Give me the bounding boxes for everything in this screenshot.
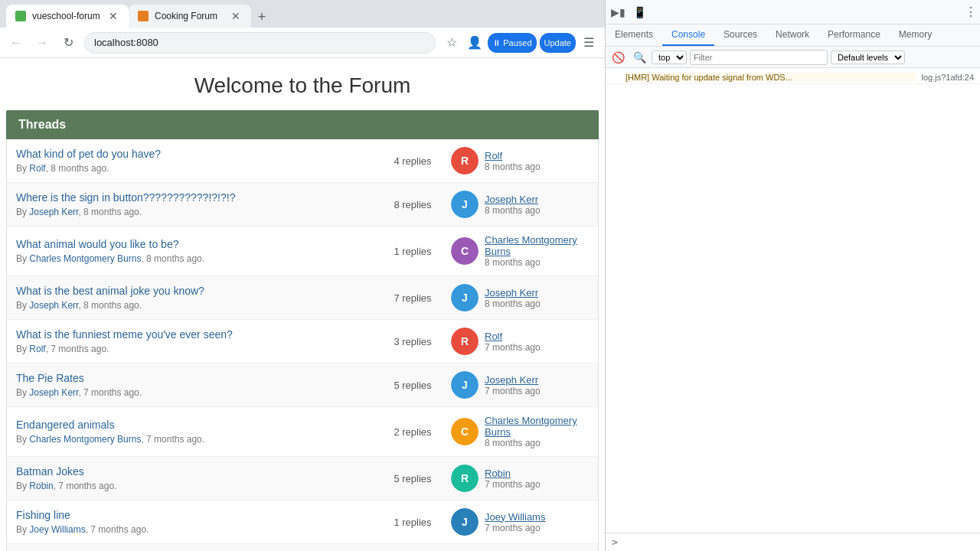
console-message: [HMR] Waiting for update signal from WDS… [626, 73, 916, 82]
thread-title[interactable]: Where is the sign in button???????????!?… [16, 191, 374, 204]
last-author[interactable]: Joseph Kerr [485, 287, 541, 298]
url-bar[interactable]: localhost:8080 [84, 32, 436, 54]
last-time: 7 months ago [485, 386, 541, 396]
tab-cooking[interactable]: Cooking Forum ✕ [129, 5, 251, 28]
last-info: Joey Williams 7 months ago [485, 511, 545, 533]
devtools-panel: ▶▮ 📱 ⋮ ElementsConsoleSourcesNetworkPerf… [605, 0, 980, 551]
update-icon[interactable]: Update [540, 33, 576, 53]
pause-icon[interactable]: ⏸ Paused [488, 33, 536, 53]
last-author[interactable]: Robin [485, 468, 541, 479]
devtools-tab-elements[interactable]: Elements [606, 24, 662, 46]
page-title: Welcome to the Forum [0, 58, 605, 110]
inspect-icon[interactable]: ▶▮ [609, 3, 627, 21]
filter-input[interactable] [690, 50, 828, 65]
page-content: Welcome to the Forum Threads What kind o… [0, 58, 605, 551]
last-info: Rolf 7 months ago [485, 331, 541, 353]
thread-title[interactable]: The Pie Rates [16, 372, 374, 384]
thread-info: What is the best animal joke you know? B… [16, 285, 374, 311]
thread-title[interactable]: What is the funniest meme you've ever se… [16, 328, 374, 341]
tab-label-2: Cooking Forum [155, 11, 224, 21]
thread-author[interactable]: Rolf [29, 344, 45, 354]
thread-author[interactable]: Charles Montgomery Burns [29, 253, 141, 264]
thread-title[interactable]: What kind of pet do you have? [16, 148, 374, 160]
last-author[interactable]: Joey Williams [485, 511, 545, 523]
thread-author[interactable]: Charles Montgomery Burns [29, 434, 141, 445]
last-author[interactable]: Joseph Kerr [485, 194, 541, 205]
devtools-tab-network[interactable]: Network [766, 24, 818, 46]
thread-meta: By Joseph Kerr, 8 months ago. [16, 207, 142, 217]
back-button[interactable]: ← [6, 33, 26, 53]
devtools-more: ⋮ [965, 5, 977, 19]
mobile-icon[interactable]: 📱 [630, 3, 648, 21]
thread-row: Lobster Pots By Joey Williams, 7 months … [7, 544, 598, 551]
thread-author[interactable]: Joseph Kerr [29, 387, 78, 398]
thread-info: Batman Jokes By Robin, 7 months ago. [16, 465, 374, 491]
avatar: R [451, 328, 479, 355]
tab-close-2[interactable]: ✕ [230, 8, 242, 24]
thread-last: R Rolf 8 months ago [451, 147, 589, 174]
threads-header: Threads [6, 110, 599, 139]
thread-author[interactable]: Joey Williams [29, 524, 85, 535]
thread-meta: By Charles Montgomery Burns, 8 months ag… [16, 253, 204, 264]
devtools-subtoolbar: 🚫 🔍 top Default levels [606, 47, 980, 68]
clear-console-icon[interactable]: 🚫 [609, 48, 627, 67]
console-entry: [HMR] Waiting for update signal from WDS… [606, 71, 980, 84]
devtools-settings-icon[interactable]: ⋮ [965, 5, 977, 18]
context-select[interactable]: top [652, 51, 687, 64]
tab-close-1[interactable]: ✕ [107, 8, 119, 24]
thread-title[interactable]: What is the best animal joke you know? [16, 285, 374, 297]
console-source[interactable]: log.js?1afd:24 [922, 73, 975, 82]
avatar: J [451, 508, 479, 536]
last-author[interactable]: Charles Montgomery Burns [485, 234, 589, 257]
tab-label-1: vueschool-forum [32, 11, 101, 21]
last-author[interactable]: Charles Montgomery Burns [485, 415, 589, 438]
thread-info: What kind of pet do you have? By Rolf, 8… [16, 148, 374, 174]
thread-title[interactable]: Endangered animals [16, 419, 374, 431]
thread-title[interactable]: What animal would you like to be? [16, 238, 374, 250]
thread-info: What is the funniest meme you've ever se… [16, 328, 374, 354]
thread-last: C Charles Montgomery Burns 8 months ago [451, 415, 589, 448]
tab-bar: vueschool-forum ✕ Cooking Forum ✕ + [0, 0, 605, 28]
reload-button[interactable]: ↻ [58, 33, 78, 53]
thread-last: R Rolf 7 months ago [451, 328, 589, 355]
avatar: C [451, 237, 479, 265]
thread-replies: 8 replies [374, 199, 451, 210]
devtools-prompt: > [606, 533, 980, 551]
thread-author[interactable]: Robin [29, 481, 53, 491]
bookmark-icon[interactable]: ☆ [442, 33, 462, 53]
thread-author[interactable]: Joseph Kerr [29, 300, 78, 311]
thread-title[interactable]: Batman Jokes [16, 465, 374, 478]
levels-select[interactable]: Default levels [831, 51, 905, 64]
address-bar: ← → ↻ localhost:8080 ☆ 👤 ⏸ Paused Update… [0, 28, 605, 58]
console-prompt-input[interactable] [621, 537, 974, 548]
thread-author[interactable]: Rolf [29, 163, 45, 174]
devtools-tab-console[interactable]: Console [662, 24, 714, 46]
forward-button[interactable]: → [32, 33, 52, 53]
thread-author[interactable]: Joseph Kerr [29, 207, 78, 217]
extensions-icon[interactable]: ☰ [579, 33, 599, 53]
thread-replies: 1 replies [374, 246, 451, 257]
thread-replies: 7 replies [374, 292, 451, 304]
last-author[interactable]: Rolf [485, 150, 541, 161]
last-info: Joseph Kerr 8 months ago [485, 194, 541, 216]
thread-last: C Charles Montgomery Burns 8 months ago [451, 234, 589, 268]
account-icon[interactable]: 👤 [465, 33, 485, 53]
last-info: Robin 7 months ago [485, 468, 541, 490]
new-tab-button[interactable]: + [251, 6, 273, 28]
thread-meta: By Rolf, 8 months ago. [16, 163, 109, 174]
thread-title[interactable]: Fishing line [16, 509, 374, 521]
avatar: J [451, 284, 479, 311]
devtools-tab-memory[interactable]: Memory [890, 24, 941, 46]
thread-info: Where is the sign in button???????????!?… [16, 191, 374, 217]
thread-row: What is the best animal joke you know? B… [7, 276, 598, 320]
last-author[interactable]: Joseph Kerr [485, 374, 541, 386]
devtools-tab-performance[interactable]: Performance [818, 24, 890, 46]
filter-icon[interactable]: 🔍 [630, 48, 648, 67]
last-author[interactable]: Rolf [485, 331, 541, 342]
avatar: R [451, 147, 479, 174]
tab-vueschool[interactable]: vueschool-forum ✕ [6, 5, 129, 28]
devtools-tab-sources[interactable]: Sources [714, 24, 766, 46]
thread-info: What animal would you like to be? By Cha… [16, 238, 374, 264]
thread-replies: 3 replies [374, 336, 451, 347]
thread-info: Fishing line By Joey Williams, 7 months … [16, 509, 374, 535]
